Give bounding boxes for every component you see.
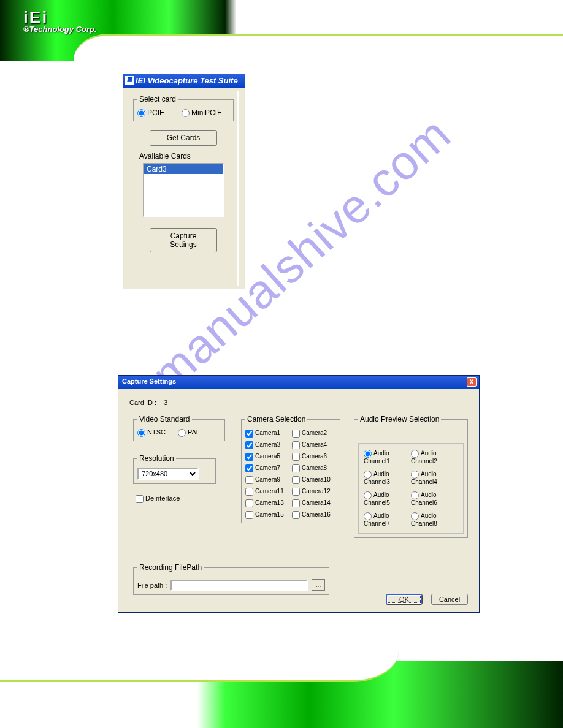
card-id-value: 3 [164,399,167,406]
select-card-legend: Select card [137,95,178,104]
camera-4-checkbox[interactable]: Camera4 [292,441,336,449]
camera-16-checkbox[interactable]: Camera16 [292,511,336,519]
camera-13-checkbox[interactable]: Camera13 [245,499,289,507]
ok-button[interactable]: OK [386,594,423,605]
camera-11-checkbox[interactable]: Camera11 [245,488,289,496]
radio-minipcie[interactable]: MiniPCIE [182,108,222,117]
capture-settings-titlebar[interactable]: Capture Settings X [118,376,479,389]
video-standard-group: Video Standard NTSC PAL [133,415,225,441]
test-suite-window: ▦ IEI Videocapture Test Suite Select car… [123,74,245,289]
camera-2-checkbox[interactable]: Camera2 [292,430,336,438]
radio-pal[interactable]: PAL [178,428,200,437]
audio-preview-group: Audio Preview Selection Audio Channel1Au… [354,415,468,538]
resolution-legend: Resolution [137,454,176,463]
radio-pcie[interactable]: PCIE [137,108,164,117]
camera-10-checkbox[interactable]: Camera10 [292,476,336,484]
camera-14-checkbox[interactable]: Camera14 [292,499,336,507]
capture-settings-button[interactable]: Capture Settings [150,228,217,252]
select-card-group: Select card PCIE MiniPCIE [133,95,234,121]
card-id-row: Card ID : 3 [129,399,468,406]
audio-channel-5-radio[interactable]: Audio Channel5 [364,491,411,506]
resolution-select[interactable]: 720x480 [137,468,199,480]
audio-channel-3-radio[interactable]: Audio Channel3 [364,471,411,485]
logo-subtitle: ®Technology Corp. [23,25,97,34]
available-cards-label: Available Cards [139,152,234,161]
test-suite-title: IEI Videocapture Test Suite [136,76,238,85]
capture-settings-title: Capture Settings [122,377,176,385]
list-item[interactable]: Card3 [144,164,223,174]
deinterlace-checkbox[interactable]: DeInterlace [136,495,180,503]
resolution-group: Resolution 720x480 [133,454,216,484]
camera-selection-group: Camera Selection Camera1Camera2Camera3Ca… [241,415,340,523]
radio-ntsc[interactable]: NTSC [137,428,166,437]
audio-channel-grid: Audio Channel1Audio Channel2Audio Channe… [358,443,464,534]
browse-button[interactable]: ... [312,579,325,591]
card-id-label: Card ID : [129,399,156,406]
audio-preview-legend: Audio Preview Selection [358,415,441,423]
camera-selection-legend: Camera Selection [245,415,307,423]
audio-channel-6-radio[interactable]: Audio Channel6 [411,491,458,506]
camera-3-checkbox[interactable]: Camera3 [245,441,289,449]
get-cards-button[interactable]: Get Cards [150,130,217,146]
recording-filepath-legend: Recording FilePath [137,563,204,572]
brand-logo: iEi ®Technology Corp. [23,11,97,34]
test-suite-titlebar[interactable]: ▦ IEI Videocapture Test Suite [123,74,245,88]
audio-channel-2-radio[interactable]: Audio Channel2 [411,450,458,464]
audio-channel-1-radio[interactable]: Audio Channel1 [364,450,411,464]
camera-8-checkbox[interactable]: Camera8 [292,464,336,472]
video-standard-legend: Video Standard [137,415,192,423]
test-suite-body: Select card PCIE MiniPCIE Get Cards Avai… [129,91,239,286]
camera-5-checkbox[interactable]: Camera5 [245,453,289,461]
app-icon: ▦ [125,76,134,85]
audio-channel-8-radio[interactable]: Audio Channel8 [411,512,458,527]
logo-text: iEi [23,11,97,25]
camera-1-checkbox[interactable]: Camera1 [245,430,289,438]
recording-filepath-group: Recording FilePath File path : ... [133,563,329,595]
filepath-input[interactable] [170,580,308,591]
header-swoosh [74,34,563,64]
available-cards-listbox[interactable]: Card3 [143,163,224,217]
dialog-buttons: OK Cancel [386,594,468,605]
audio-channel-4-radio[interactable]: Audio Channel4 [411,471,458,485]
camera-15-checkbox[interactable]: Camera15 [245,511,289,519]
camera-7-checkbox[interactable]: Camera7 [245,464,289,472]
camera-grid: Camera1Camera2Camera3Camera4Camera5Camer… [245,428,336,519]
filepath-label: File path : [137,582,167,589]
audio-channel-7-radio[interactable]: Audio Channel7 [364,512,411,527]
camera-9-checkbox[interactable]: Camera9 [245,476,289,484]
capture-settings-window: Capture Settings X Card ID : 3 Video Sta… [118,375,480,613]
camera-12-checkbox[interactable]: Camera12 [292,488,336,496]
cancel-button[interactable]: Cancel [431,594,468,605]
camera-6-checkbox[interactable]: Camera6 [292,453,336,461]
close-icon[interactable]: X [467,377,477,387]
footer-swoosh [0,651,399,682]
